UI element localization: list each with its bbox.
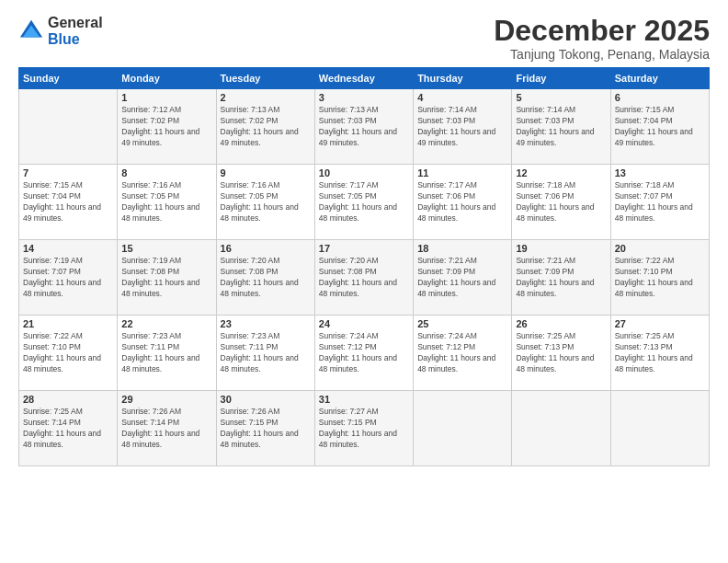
page: General Blue December 2025 Tanjung Tokon…: [0, 0, 728, 563]
day-info: Sunrise: 7:14 AMSunset: 7:03 PMDaylight:…: [516, 105, 606, 149]
week-row-4: 21 Sunrise: 7:22 AMSunset: 7:10 PMDaylig…: [19, 316, 710, 391]
day-info: Sunrise: 7:25 AMSunset: 7:13 PMDaylight:…: [516, 331, 606, 375]
day-cell: 23 Sunrise: 7:23 AMSunset: 7:11 PMDaylig…: [216, 316, 314, 391]
day-cell: [414, 391, 512, 466]
day-number: 5: [516, 92, 606, 103]
day-cell: 29 Sunrise: 7:26 AMSunset: 7:14 PMDaylig…: [118, 391, 216, 466]
day-info: Sunrise: 7:22 AMSunset: 7:10 PMDaylight:…: [23, 331, 113, 375]
col-monday: Monday: [118, 68, 216, 89]
day-info: Sunrise: 7:18 AMSunset: 7:07 PMDaylight:…: [615, 180, 705, 224]
day-number: 17: [319, 243, 409, 254]
day-number: 28: [23, 394, 113, 405]
day-cell: 30 Sunrise: 7:26 AMSunset: 7:15 PMDaylig…: [216, 391, 314, 466]
day-info: Sunrise: 7:25 AMSunset: 7:13 PMDaylight:…: [615, 331, 705, 375]
day-number: 12: [516, 167, 606, 178]
header-row: Sunday Monday Tuesday Wednesday Thursday…: [19, 68, 710, 89]
day-cell: 31 Sunrise: 7:27 AMSunset: 7:15 PMDaylig…: [314, 391, 413, 466]
day-number: 4: [417, 92, 507, 103]
col-wednesday: Wednesday: [314, 68, 413, 89]
day-cell: 28 Sunrise: 7:25 AMSunset: 7:14 PMDaylig…: [19, 391, 118, 466]
day-cell: 2 Sunrise: 7:13 AMSunset: 7:02 PMDayligh…: [216, 89, 314, 165]
day-info: Sunrise: 7:22 AMSunset: 7:10 PMDaylight:…: [615, 256, 705, 300]
day-number: 24: [319, 318, 409, 329]
day-info: Sunrise: 7:17 AMSunset: 7:05 PMDaylight:…: [319, 180, 409, 224]
col-sunday: Sunday: [19, 68, 118, 89]
day-number: 23: [221, 318, 311, 329]
day-cell: 8 Sunrise: 7:16 AMSunset: 7:05 PMDayligh…: [118, 165, 216, 240]
day-info: Sunrise: 7:13 AMSunset: 7:02 PMDaylight:…: [221, 105, 311, 149]
day-cell: 3 Sunrise: 7:13 AMSunset: 7:03 PMDayligh…: [314, 89, 413, 165]
calendar-body: 1 Sunrise: 7:12 AMSunset: 7:02 PMDayligh…: [19, 89, 710, 466]
day-number: 2: [221, 92, 311, 103]
col-saturday: Saturday: [610, 68, 709, 89]
week-row-2: 7 Sunrise: 7:15 AMSunset: 7:04 PMDayligh…: [19, 165, 710, 240]
col-friday: Friday: [512, 68, 610, 89]
day-number: 11: [417, 167, 507, 178]
day-cell: 14 Sunrise: 7:19 AMSunset: 7:07 PMDaylig…: [19, 240, 118, 316]
day-info: Sunrise: 7:21 AMSunset: 7:09 PMDaylight:…: [516, 256, 606, 300]
logo: General Blue: [18, 15, 103, 48]
day-number: 30: [221, 394, 311, 405]
day-info: Sunrise: 7:24 AMSunset: 7:12 PMDaylight:…: [319, 331, 409, 375]
day-info: Sunrise: 7:13 AMSunset: 7:03 PMDaylight:…: [319, 105, 409, 149]
day-number: 18: [417, 243, 507, 254]
logo-blue: Blue: [48, 31, 80, 47]
logo-general: General: [48, 15, 103, 30]
day-cell: 16 Sunrise: 7:20 AMSunset: 7:08 PMDaylig…: [216, 240, 314, 316]
col-tuesday: Tuesday: [216, 68, 314, 89]
day-cell: 17 Sunrise: 7:20 AMSunset: 7:08 PMDaylig…: [314, 240, 413, 316]
day-info: Sunrise: 7:20 AMSunset: 7:08 PMDaylight:…: [319, 256, 409, 300]
title-block: December 2025 Tanjung Tokong, Penang, Ma…: [494, 15, 710, 62]
day-info: Sunrise: 7:14 AMSunset: 7:03 PMDaylight:…: [417, 105, 507, 149]
logo-text: General Blue: [48, 15, 103, 48]
day-info: Sunrise: 7:23 AMSunset: 7:11 PMDaylight:…: [221, 331, 311, 375]
day-number: 29: [121, 394, 211, 405]
day-info: Sunrise: 7:15 AMSunset: 7:04 PMDaylight:…: [615, 105, 705, 149]
day-cell: 5 Sunrise: 7:14 AMSunset: 7:03 PMDayligh…: [512, 89, 610, 165]
day-info: Sunrise: 7:17 AMSunset: 7:06 PMDaylight:…: [417, 180, 507, 224]
day-number: 7: [23, 167, 113, 178]
day-cell: [512, 391, 610, 466]
day-cell: 20 Sunrise: 7:22 AMSunset: 7:10 PMDaylig…: [610, 240, 709, 316]
day-number: 27: [615, 318, 705, 329]
day-number: 31: [319, 394, 409, 405]
day-info: Sunrise: 7:12 AMSunset: 7:02 PMDaylight:…: [121, 105, 211, 149]
logo-icon: [18, 18, 44, 44]
day-info: Sunrise: 7:27 AMSunset: 7:15 PMDaylight:…: [319, 407, 409, 451]
day-number: 25: [417, 318, 507, 329]
day-info: Sunrise: 7:18 AMSunset: 7:06 PMDaylight:…: [516, 180, 606, 224]
day-cell: 22 Sunrise: 7:23 AMSunset: 7:11 PMDaylig…: [118, 316, 216, 391]
day-number: 10: [319, 167, 409, 178]
day-info: Sunrise: 7:16 AMSunset: 7:05 PMDaylight:…: [121, 180, 211, 224]
day-cell: 6 Sunrise: 7:15 AMSunset: 7:04 PMDayligh…: [610, 89, 709, 165]
day-number: 15: [121, 243, 211, 254]
day-number: 22: [121, 318, 211, 329]
day-cell: 13 Sunrise: 7:18 AMSunset: 7:07 PMDaylig…: [610, 165, 709, 240]
day-info: Sunrise: 7:19 AMSunset: 7:08 PMDaylight:…: [121, 256, 211, 300]
day-info: Sunrise: 7:23 AMSunset: 7:11 PMDaylight:…: [121, 331, 211, 375]
day-info: Sunrise: 7:24 AMSunset: 7:12 PMDaylight:…: [417, 331, 507, 375]
day-cell: 11 Sunrise: 7:17 AMSunset: 7:06 PMDaylig…: [414, 165, 512, 240]
location: Tanjung Tokong, Penang, Malaysia: [494, 47, 710, 62]
day-info: Sunrise: 7:26 AMSunset: 7:14 PMDaylight:…: [121, 407, 211, 451]
day-cell: 21 Sunrise: 7:22 AMSunset: 7:10 PMDaylig…: [19, 316, 118, 391]
day-number: 21: [23, 318, 113, 329]
week-row-5: 28 Sunrise: 7:25 AMSunset: 7:14 PMDaylig…: [19, 391, 710, 466]
day-number: 16: [221, 243, 311, 254]
day-number: 1: [121, 92, 211, 103]
day-cell: 15 Sunrise: 7:19 AMSunset: 7:08 PMDaylig…: [118, 240, 216, 316]
day-info: Sunrise: 7:20 AMSunset: 7:08 PMDaylight:…: [221, 256, 311, 300]
calendar-header: Sunday Monday Tuesday Wednesday Thursday…: [19, 68, 710, 89]
day-info: Sunrise: 7:26 AMSunset: 7:15 PMDaylight:…: [221, 407, 311, 451]
day-number: 19: [516, 243, 606, 254]
day-cell: 1 Sunrise: 7:12 AMSunset: 7:02 PMDayligh…: [118, 89, 216, 165]
day-info: Sunrise: 7:16 AMSunset: 7:05 PMDaylight:…: [221, 180, 311, 224]
day-cell: 7 Sunrise: 7:15 AMSunset: 7:04 PMDayligh…: [19, 165, 118, 240]
day-info: Sunrise: 7:19 AMSunset: 7:07 PMDaylight:…: [23, 256, 113, 300]
day-cell: [610, 391, 709, 466]
day-cell: 26 Sunrise: 7:25 AMSunset: 7:13 PMDaylig…: [512, 316, 610, 391]
day-info: Sunrise: 7:25 AMSunset: 7:14 PMDaylight:…: [23, 407, 113, 451]
day-cell: 19 Sunrise: 7:21 AMSunset: 7:09 PMDaylig…: [512, 240, 610, 316]
day-cell: 18 Sunrise: 7:21 AMSunset: 7:09 PMDaylig…: [414, 240, 512, 316]
day-number: 3: [319, 92, 409, 103]
